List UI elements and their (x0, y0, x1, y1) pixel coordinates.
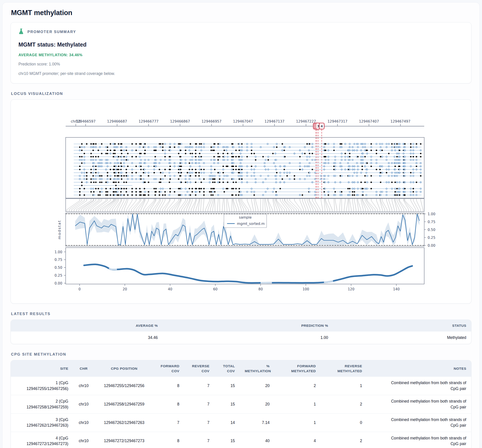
unmethylated-dot (352, 169, 353, 170)
methylated-dot (140, 175, 142, 176)
methylated-dot (235, 169, 237, 170)
unmethylated-dot (126, 156, 127, 157)
unmethylated-dot (334, 175, 336, 176)
methylated-dot (410, 156, 411, 157)
table-row: 3 (CpG 129467262/129467263)chr1012946726… (11, 413, 471, 432)
unmethylated-dot (240, 153, 241, 154)
unmethylated-dot (169, 172, 170, 173)
methylated-dot (132, 143, 133, 145)
unmethylated-dot (347, 162, 349, 164)
methylated-dot (105, 182, 107, 183)
unmethylated-dot (196, 146, 197, 148)
mgmt-status-heading: MGMT status: Methylated (18, 41, 464, 48)
methylated-dot (214, 182, 215, 183)
table-header-row: SITECHRCPG POSITIONFORWARD COVREVERSE CO… (11, 360, 471, 377)
methylated-dot (214, 169, 215, 170)
column-header: PREDICTION % (163, 320, 333, 331)
unmethylated-dot (395, 188, 396, 189)
unmethylated-dot (391, 175, 393, 176)
methylated-dot (223, 191, 225, 192)
methylated-dot (118, 166, 119, 167)
unmethylated-dot (224, 146, 225, 148)
unmethylated-dot (199, 169, 200, 170)
unmethylated-dot (98, 162, 99, 164)
unmethylated-dot (360, 172, 362, 173)
methylated-dot (412, 191, 414, 192)
unmethylated-dot (349, 175, 350, 176)
unmethylated-dot (222, 169, 224, 170)
methylated-dot (279, 188, 281, 189)
unmethylated-dot (222, 188, 224, 189)
methylated-dot (135, 156, 137, 157)
unmethylated-dot (267, 143, 269, 145)
methylated-dot (181, 182, 182, 183)
modstat-ytick-label: 0.75 (427, 220, 435, 224)
unmethylated-dot (148, 172, 149, 173)
unmethylated-dot (255, 166, 256, 167)
unmethylated-dot (212, 191, 213, 192)
unmethylated-dot (232, 159, 233, 160)
unmethylated-dot (299, 194, 300, 196)
unmethylated-dot (420, 162, 421, 164)
unmethylated-dot (286, 172, 288, 173)
unmethylated-dot (362, 143, 363, 145)
unmethylated-dot (302, 153, 303, 154)
unmethylated-dot (280, 166, 281, 167)
unmethylated-dot (416, 194, 417, 196)
unmethylated-dot (246, 191, 248, 192)
methylated-dot (169, 191, 171, 192)
unmethylated-dot (199, 159, 200, 160)
unmethylated-dot (404, 182, 406, 183)
methylated-dot (227, 153, 228, 154)
unmethylated-dot (356, 175, 358, 176)
methylated-dot (312, 169, 313, 170)
promoter-summary-label: PROMOTER SUMMARY (27, 30, 76, 34)
column-header: REVERSE METHYLATED (321, 360, 367, 377)
methylated-dot (110, 188, 111, 189)
unmethylated-dot (265, 159, 266, 160)
unmethylated-dot (135, 178, 137, 180)
locus-plot: chr1012946659712946668712946677712946686… (11, 100, 472, 297)
unmethylated-dot (413, 194, 414, 196)
prediction-score-line: Prediction score: 1.00% (18, 62, 464, 67)
table-cell: 1 (321, 377, 367, 395)
unmethylated-dot (251, 188, 252, 189)
methylated-dot (376, 153, 377, 154)
unmethylated-dot (366, 153, 368, 154)
methylated-dot (127, 194, 128, 196)
unmethylated-dot (324, 188, 325, 189)
unmethylated-dot (413, 150, 414, 151)
unmethylated-dot (410, 188, 411, 189)
methylated-dot (235, 182, 237, 183)
unmethylated-dot (240, 159, 241, 160)
unmethylated-dot (79, 159, 80, 160)
methylated-dot (362, 194, 363, 196)
unmethylated-dot (127, 175, 129, 176)
unmethylated-dot (328, 175, 329, 176)
latest-results-table: AVERAGE %PREDICTION %STATUS 34.461.00Met… (11, 320, 471, 344)
unmethylated-dot (190, 166, 191, 167)
unmethylated-dot (315, 194, 316, 196)
methylated-dot (180, 150, 181, 151)
unmethylated-dot (404, 159, 406, 160)
unmethylated-dot (162, 188, 163, 189)
methylated-dot (210, 188, 212, 189)
methylated-dot (117, 169, 118, 170)
methylated-dot (81, 156, 82, 157)
unmethylated-dot (349, 159, 350, 160)
average-methylation-value: AVERAGE METHYLATION: 34.46% (18, 53, 464, 57)
methylated-dot (105, 188, 107, 189)
methylated-dot (92, 156, 94, 157)
methylated-dot (185, 182, 186, 183)
table-cell: 4 (CpG 129467272/129467273) (11, 432, 73, 448)
unmethylated-dot (93, 166, 95, 167)
unmethylated-dot (178, 146, 179, 148)
unmethylated-dot (251, 175, 252, 176)
unmethylated-dot (126, 146, 127, 148)
genome-axis-tick-label: 129467407 (359, 120, 379, 123)
table-cell: 1.00 (163, 331, 333, 344)
methylated-dot (93, 191, 95, 192)
unmethylated-dot (86, 182, 87, 183)
unmethylated-dot (164, 150, 166, 151)
unmethylated-dot (233, 172, 234, 173)
